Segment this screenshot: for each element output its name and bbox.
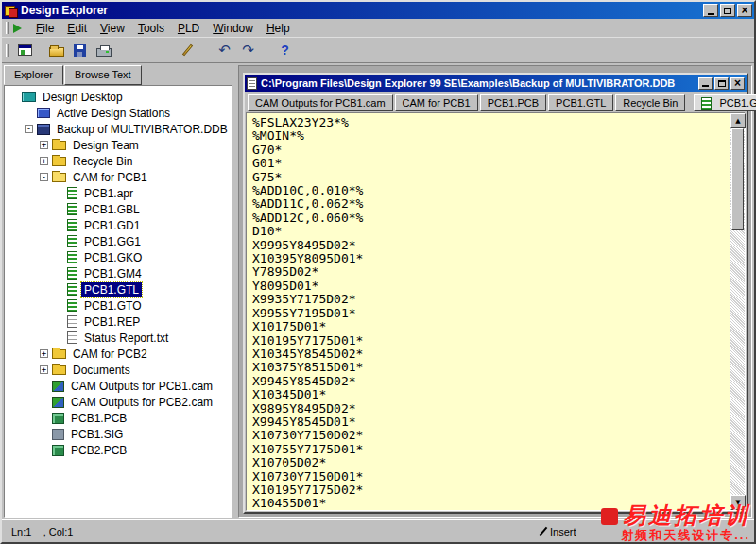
menu-help[interactable]: Help <box>260 20 297 37</box>
scrollbar-thumb[interactable] <box>731 128 744 230</box>
tree-item-label[interactable]: PCB1.apr <box>81 186 136 201</box>
tree-item[interactable]: -CAM for PCB1 <box>5 169 232 185</box>
tree-item-label[interactable]: PCB1.GTL <box>81 282 142 298</box>
tree-item-label[interactable]: PCB1.SIG <box>68 427 126 442</box>
tree-item-label[interactable]: Design Team <box>70 138 142 153</box>
tree-item[interactable]: PCB1.GTL <box>5 281 232 298</box>
tree-item-label[interactable]: PCB1.GKO <box>81 250 145 265</box>
tab-explorer[interactable]: Explorer <box>4 65 63 85</box>
menu-view[interactable]: View <box>94 20 131 37</box>
menu-window[interactable]: Window <box>206 20 260 37</box>
tree-item[interactable]: PCB1.REP <box>5 314 232 330</box>
menu-pld[interactable]: PLD <box>171 20 206 37</box>
menu-tools[interactable]: Tools <box>131 20 171 37</box>
tree-item[interactable]: +Documents <box>5 362 232 378</box>
document-tab[interactable]: CAM Outputs for PCB1.cam <box>248 94 393 111</box>
tree-item-label[interactable]: CAM for PCB1 <box>70 170 150 185</box>
expand-icon[interactable]: + <box>40 141 48 149</box>
tree-item[interactable]: PCB1.apr <box>5 185 232 201</box>
tree-item-label[interactable]: PCB1.GBL <box>81 202 143 217</box>
tree-item[interactable]: PCB1.SIG <box>5 426 232 442</box>
text-editor[interactable]: %FSLAX23Y23*% %MOIN*% G70* G01* G75* %AD… <box>247 113 730 510</box>
scrollbar-track[interactable] <box>730 128 745 495</box>
doc-close-button[interactable]: × <box>730 77 745 90</box>
tree-item[interactable]: +Design Team <box>5 137 232 153</box>
tree-item-label[interactable]: PCB1.REP <box>81 314 143 330</box>
tree-item-label[interactable]: Active Design Stations <box>54 106 173 121</box>
tree-item-label[interactable]: PCB1.GTO <box>81 298 144 314</box>
tree-item[interactable]: PCB1.GKO <box>5 249 232 265</box>
doc-minimize-button[interactable] <box>698 77 713 90</box>
menu-file[interactable]: File <box>29 20 60 37</box>
tree-item[interactable]: PCB2.PCB <box>5 442 232 458</box>
tree-item-label[interactable]: PCB1.GD1 <box>81 218 143 233</box>
tree-item[interactable]: PCB1.GG1 <box>5 233 232 249</box>
tree-item[interactable]: Design Desktop <box>5 89 232 105</box>
open-button[interactable] <box>44 40 68 60</box>
tree-item-label[interactable]: Documents <box>70 363 133 378</box>
insert-caret-icon <box>540 527 548 536</box>
tree-item-label[interactable]: Recycle Bin <box>70 154 135 169</box>
scrollbar-up-button[interactable]: ▲ <box>730 113 746 128</box>
main-area: Explorer Browse Text Design DesktopActiv… <box>2 63 754 519</box>
cam-doc-icon <box>67 299 77 312</box>
tree-item-label[interactable]: Backup of MULTIVIBRATOR.DDB <box>54 122 231 137</box>
tree-indent <box>9 193 55 194</box>
save-button[interactable] <box>68 40 92 60</box>
tree-item[interactable]: PCB1.GBL <box>5 201 232 217</box>
tree-item-label[interactable]: Status Report.txt <box>81 331 171 346</box>
maximize-button[interactable] <box>720 4 735 17</box>
document-tab[interactable]: Recycle Bin <box>615 94 685 111</box>
expand-icon[interactable]: + <box>40 157 48 165</box>
expand-icon[interactable]: + <box>40 349 48 358</box>
document-icon[interactable] <box>247 77 257 90</box>
tree-item-label[interactable]: CAM for PCB2 <box>70 347 150 362</box>
design-manager-toggle-button[interactable] <box>13 40 37 60</box>
tab-browse-text[interactable]: Browse Text <box>64 65 142 85</box>
tree-item[interactable]: PCB1.GM4 <box>5 265 232 281</box>
edit-pen-button[interactable] <box>176 40 199 60</box>
cam-doc-icon <box>67 203 77 215</box>
tree-item-label[interactable]: PCB1.GM4 <box>81 266 145 281</box>
tree-indent <box>9 273 55 274</box>
tree-item[interactable]: PCB1.GTO <box>5 298 232 314</box>
toolbar-grip[interactable] <box>6 44 9 57</box>
document-tab[interactable]: PCB1.GTL <box>548 94 613 111</box>
tree-item[interactable]: Active Design Stations <box>5 105 232 121</box>
document-tab[interactable]: PCB1.PCB <box>480 94 546 111</box>
print-icon <box>96 48 112 57</box>
collapse-icon[interactable]: - <box>25 125 33 133</box>
close-button[interactable]: × <box>737 4 752 17</box>
tree-item-label[interactable]: PCB2.PCB <box>68 443 129 458</box>
menu-edit[interactable]: Edit <box>60 20 94 37</box>
tree-item-label[interactable]: PCB1.PCB <box>68 411 129 426</box>
tree-item[interactable]: -Backup of MULTIVIBRATOR.DDB <box>5 121 232 137</box>
tree-item[interactable]: +CAM for PCB2 <box>5 346 232 362</box>
tree-item-label[interactable]: PCB1.GG1 <box>81 234 144 249</box>
minimize-button[interactable] <box>703 4 718 17</box>
tree-item[interactable]: PCB1.PCB <box>5 410 232 426</box>
doc-maximize-button[interactable] <box>714 77 729 90</box>
expand-icon[interactable]: + <box>40 366 48 374</box>
collapse-icon[interactable]: - <box>40 173 48 181</box>
redo-button[interactable]: ↷ <box>236 40 260 60</box>
document-tab[interactable]: CAM for PCB1 <box>395 94 478 111</box>
desktop-icon <box>22 92 36 102</box>
tree-item-label[interactable]: CAM Outputs for PCB2.cam <box>68 395 215 410</box>
vertical-scrollbar[interactable]: ▲ ▼ <box>730 113 745 510</box>
tree-item-label[interactable]: Design Desktop <box>40 90 126 105</box>
menubar-grip[interactable] <box>6 22 9 34</box>
tree-item[interactable]: Status Report.txt <box>5 330 232 346</box>
tree-item[interactable]: +Recycle Bin <box>5 153 232 169</box>
tree-item[interactable]: CAM Outputs for PCB1.cam <box>5 378 232 394</box>
app-icon[interactable] <box>4 5 17 17</box>
tree-item-label[interactable]: CAM Outputs for PCB1.cam <box>68 379 215 394</box>
undo-button[interactable]: ↶ <box>213 40 236 60</box>
scrollbar-down-button[interactable]: ▼ <box>730 495 746 510</box>
active-document-tab[interactable]: PCB1.GTL <box>694 94 756 111</box>
help-button[interactable]: ? <box>273 40 297 60</box>
tree-item[interactable]: PCB1.GD1 <box>5 217 232 233</box>
toolbar: ↶ ↷ ? <box>2 38 754 63</box>
tree-item[interactable]: CAM Outputs for PCB2.cam <box>5 394 232 410</box>
print-button[interactable] <box>92 40 115 60</box>
